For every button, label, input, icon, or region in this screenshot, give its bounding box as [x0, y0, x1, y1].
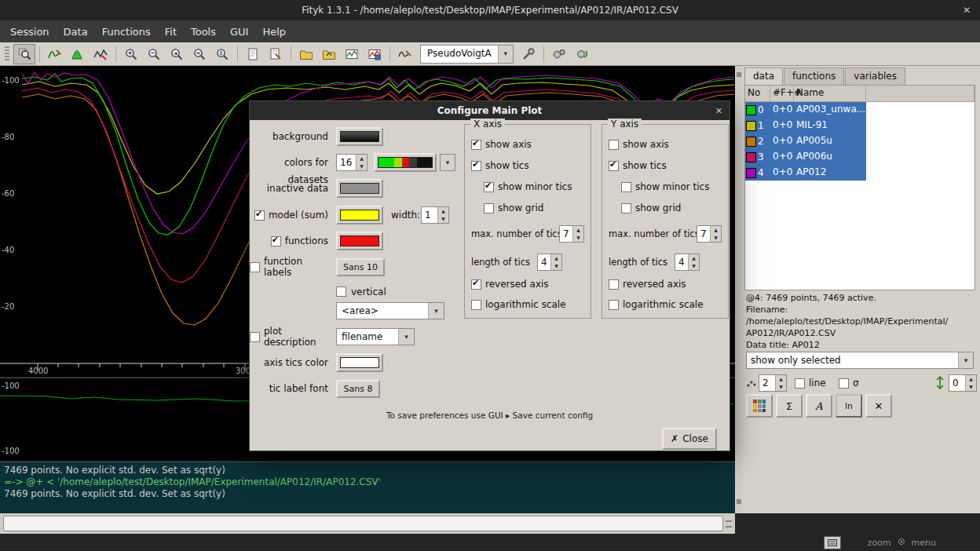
- vertical-splitter[interactable]: [735, 66, 743, 513]
- x-show-minor-tics-checkbox[interactable]: [484, 182, 494, 192]
- description-combo[interactable]: filename ▾: [336, 328, 415, 345]
- background-color-button[interactable]: [336, 127, 383, 146]
- dataset-row[interactable]: 1 0+0 MIL-91: [745, 118, 975, 133]
- chevron-down-icon[interactable]: ▾: [441, 155, 455, 170]
- rename-button[interactable]: A: [806, 394, 832, 418]
- tab-variables[interactable]: variables: [845, 68, 905, 85]
- menu-label[interactable]: menu: [912, 538, 936, 548]
- dialog-close-icon[interactable]: ✕: [715, 106, 722, 116]
- dataset-colors-dropdown[interactable]: ▾: [440, 154, 455, 171]
- col-no[interactable]: No: [745, 86, 770, 101]
- x-show-grid-checkbox[interactable]: [484, 203, 494, 213]
- draw-function-mode-button[interactable]: [44, 44, 66, 64]
- dialog-close-button[interactable]: ✗ Close: [662, 428, 717, 450]
- menu-session[interactable]: Session: [3, 23, 57, 41]
- tab-data[interactable]: data: [744, 68, 783, 85]
- data-range-mode-button[interactable]: [90, 44, 112, 64]
- functions-color-button[interactable]: [336, 232, 383, 250]
- x-max-tics-spinner[interactable]: 7 ▲▼: [559, 225, 584, 243]
- tic-font-button[interactable]: Sans 8: [336, 380, 380, 398]
- command-input[interactable]: [3, 516, 723, 531]
- label-content-combo[interactable]: <area> ▾: [336, 302, 444, 319]
- plot-description-checkbox[interactable]: [250, 332, 260, 342]
- transform-button[interactable]: ln: [836, 394, 862, 418]
- dataset-row[interactable]: 2 0+0 AP005u: [745, 133, 975, 149]
- x-reversed-checkbox[interactable]: [471, 279, 481, 290]
- vertical-checkbox[interactable]: [336, 286, 346, 297]
- chevron-down-icon[interactable]: ▾: [958, 352, 973, 368]
- menu-data[interactable]: Data: [57, 23, 95, 41]
- dataset-colors-button[interactable]: [374, 153, 437, 172]
- menu-functions[interactable]: Functions: [95, 23, 158, 41]
- config-page-button[interactable]: [242, 44, 264, 64]
- model-color-button[interactable]: [336, 206, 383, 224]
- export-image-button[interactable]: [341, 44, 363, 64]
- splitter-handle[interactable]: [726, 518, 732, 529]
- open-file-button[interactable]: [295, 44, 317, 64]
- filter-combo[interactable]: show only selected ▾: [746, 352, 974, 369]
- model-width-spinner[interactable]: 1 ▲▼: [421, 206, 449, 224]
- line-checkbox[interactable]: [795, 378, 805, 389]
- label-font-button[interactable]: Sans 10: [336, 258, 385, 276]
- function-labels-checkbox[interactable]: [250, 262, 260, 272]
- col-f[interactable]: #F+#: [770, 86, 794, 101]
- import-data-button[interactable]: [318, 44, 340, 64]
- dialog-titlebar[interactable]: Configure Main Plot ✕: [250, 101, 730, 120]
- x-show-axis-checkbox[interactable]: [471, 140, 481, 150]
- y-show-tics-checkbox[interactable]: [609, 161, 619, 171]
- delete-button[interactable]: ✕: [865, 394, 892, 418]
- title-bar[interactable]: Fityk 1.3.1 - /home/aleplo/test/Desktop/…: [0, 0, 980, 20]
- keyboard-indicator-button[interactable]: [824, 536, 841, 549]
- x-axis-group: X axis show axis show tics show minor ti…: [464, 124, 591, 319]
- y-max-tics-spinner[interactable]: 7 ▲▼: [697, 225, 722, 243]
- x-show-tics-checkbox[interactable]: [471, 161, 481, 171]
- inactive-color-button[interactable]: [336, 179, 383, 198]
- col-name[interactable]: Name: [794, 86, 866, 101]
- settings-wrench-button[interactable]: [517, 44, 539, 64]
- y-show-axis-checkbox[interactable]: [609, 140, 619, 150]
- y-log-checkbox[interactable]: [609, 300, 619, 310]
- shift-spinner[interactable]: 0 ▲▼: [949, 374, 977, 392]
- dataset-row[interactable]: 0 0+0 AP003_unwa...: [745, 102, 975, 118]
- x-reversed-row: reversed axis: [471, 279, 549, 290]
- dataset-row[interactable]: 3 0+0 AP006u: [745, 149, 975, 165]
- menu-gui[interactable]: GUI: [223, 23, 255, 41]
- y-tic-length-spinner[interactable]: 4 ▲▼: [675, 254, 700, 271]
- datasets-grid-button[interactable]: [746, 394, 773, 418]
- define-function-button[interactable]: [394, 44, 416, 64]
- zoom-vertical-button[interactable]: ↕: [211, 44, 233, 64]
- start-fit-button[interactable]: [548, 44, 570, 64]
- script-editor-button[interactable]: [265, 44, 287, 64]
- menu-tools[interactable]: Tools: [184, 23, 223, 41]
- peak-type-combo[interactable]: PseudoVoigtA ▾: [420, 45, 514, 64]
- window-close-icon[interactable]: ✕: [963, 0, 971, 20]
- menu-fit[interactable]: Fit: [158, 23, 184, 41]
- chevron-down-icon[interactable]: ▾: [398, 329, 414, 345]
- add-peak-mode-button[interactable]: [67, 44, 89, 64]
- dataset-row[interactable]: 4 0+0 AP012: [745, 165, 975, 181]
- tics-color-button[interactable]: [336, 353, 383, 372]
- zoom-out-button[interactable]: −: [143, 44, 165, 64]
- sum-button[interactable]: Σ: [776, 394, 803, 418]
- save-image-button[interactable]: [364, 44, 386, 64]
- dataset-colors-count-spinner[interactable]: 16 ▲▼: [336, 154, 368, 171]
- chevron-down-icon[interactable]: ▾: [428, 303, 444, 319]
- model-checkbox[interactable]: [254, 210, 265, 221]
- zoom-all-button[interactable]: =: [188, 44, 210, 64]
- menu-help[interactable]: Help: [255, 23, 293, 41]
- x-log-checkbox[interactable]: [471, 300, 481, 310]
- functions-checkbox[interactable]: [271, 236, 281, 246]
- y-show-grid-checkbox[interactable]: [621, 203, 631, 213]
- undo-fit-button[interactable]: [571, 44, 593, 64]
- zoom-previous-button[interactable]: ◂: [166, 44, 188, 64]
- y-show-minor-tics-checkbox[interactable]: [621, 182, 631, 192]
- y-reversed-checkbox[interactable]: [609, 279, 619, 290]
- zoom-label[interactable]: zoom: [868, 538, 891, 548]
- sigma-checkbox[interactable]: [839, 378, 849, 389]
- zoom-select-mode-button[interactable]: [13, 44, 35, 64]
- chevron-down-icon[interactable]: ▾: [498, 46, 513, 63]
- point-size-spinner[interactable]: 2 ▲▼: [759, 374, 787, 392]
- tab-functions[interactable]: functions: [784, 68, 844, 85]
- zoom-in-button[interactable]: +: [120, 44, 142, 64]
- x-tic-length-spinner[interactable]: 4 ▲▼: [537, 254, 562, 271]
